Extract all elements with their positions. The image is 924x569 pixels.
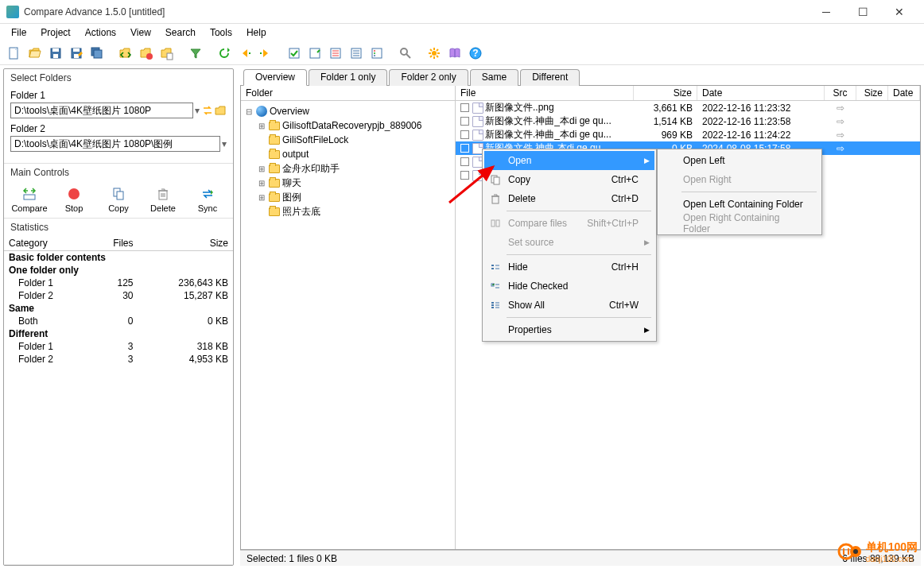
main-controls-header: Main Controls [4, 164, 233, 181]
menu-project[interactable]: Project [34, 25, 76, 40]
ctx-hide[interactable]: HideCtrl+H [484, 257, 654, 277]
menu-actions[interactable]: Actions [79, 25, 122, 40]
stop-icon[interactable] [137, 44, 156, 63]
context-menu[interactable]: Open▶CopyCtrl+CDeleteCtrl+DCompare files… [482, 149, 657, 342]
menu-file[interactable]: File [5, 25, 33, 40]
ctx-show-all[interactable]: Show AllCtrl+W [484, 296, 654, 315]
svg-rect-12 [310, 48, 320, 58]
file-row[interactable]: 新图像文件.神曲_本di ge qu... 969 KB 2022-12-16 … [456, 128, 920, 141]
listgreen-icon[interactable] [367, 44, 386, 63]
tree-node[interactable]: ⊞GilisoftDataRecoverypjb_889006 [244, 118, 452, 133]
tabs: Overview Folder 1 only Folder 2 only Sam… [240, 68, 921, 86]
uncheckall-icon[interactable] [305, 44, 324, 63]
tab-folder2only[interactable]: Folder 2 only [389, 69, 468, 86]
book-icon[interactable] [445, 44, 464, 63]
ctx-hide-checked[interactable]: Hide Checked [484, 277, 654, 296]
gear-icon[interactable] [425, 44, 444, 63]
delete-button[interactable]: Delete [146, 186, 181, 213]
svg-rect-5 [73, 48, 80, 52]
swap-icon[interactable] [201, 104, 214, 117]
tab-different[interactable]: Different [520, 69, 580, 86]
ctx-delete[interactable]: DeleteCtrl+D [484, 189, 654, 208]
tree-node[interactable]: ⊞金舟水印助手 [244, 161, 452, 176]
window-title: Compare Advance 1.5.0 [untitled] [24, 6, 808, 17]
tab-overview[interactable]: Overview [243, 69, 307, 86]
stop-button[interactable]: Stop [56, 186, 91, 213]
ctx-open-left[interactable]: Open Left [659, 151, 820, 170]
ctx-set-source: Set source▶ [484, 233, 654, 252]
file-row[interactable]: 新图像文件.神曲_本di ge qu... 1,514 KB 2022-12-1… [456, 114, 920, 128]
svg-point-36 [853, 549, 858, 554]
ctx-open-right-containing-folder: Open Right Containing Folder [659, 214, 820, 233]
ctx-compare-files: Compare filesShift+Ctrl+P [484, 214, 654, 233]
maximize-button[interactable]: ☐ [844, 0, 881, 24]
svg-rect-30 [492, 196, 499, 203]
checkall-icon[interactable] [285, 44, 304, 63]
save-icon[interactable] [46, 44, 65, 63]
ctx-open-left-containing-folder[interactable]: Open Left Containing Folder [659, 195, 820, 214]
svg-rect-6 [74, 54, 79, 58]
arrow-right-icon[interactable] [256, 44, 275, 63]
copy-button[interactable]: Copy [101, 186, 136, 213]
tree-node[interactable]: ⊞聊天 [244, 176, 452, 190]
sync-button[interactable]: Sync [190, 186, 225, 213]
context-submenu[interactable]: Open LeftOpen RightOpen Left Containing … [657, 149, 822, 235]
svg-rect-23 [24, 195, 35, 199]
left-panel: Select Folders Folder 1 ▾ Folder 2 ▾ [3, 68, 234, 566]
compare-icon[interactable] [116, 44, 135, 63]
stats-row: Folder 234,953 KB [4, 353, 233, 366]
close-button[interactable]: ✕ [881, 0, 918, 24]
svg-text:?: ? [472, 48, 478, 59]
stats-row: Folder 13318 KB [4, 340, 233, 353]
copy-icon[interactable] [157, 44, 177, 63]
arrow-left-icon[interactable] [235, 44, 254, 63]
svg-point-17 [374, 52, 375, 54]
saveas-icon[interactable] [67, 44, 86, 63]
ctx-open-right: Open Right [659, 170, 820, 189]
browse1-icon[interactable] [214, 104, 227, 117]
ctx-properties[interactable]: Properties▶ [484, 320, 654, 339]
folder1-input[interactable] [10, 103, 193, 118]
ctx-open[interactable]: Open▶ [484, 151, 654, 170]
svg-rect-31 [491, 220, 495, 226]
listblue-icon[interactable] [347, 44, 366, 63]
list-icon[interactable] [326, 44, 345, 63]
menu-help[interactable]: Help [240, 25, 273, 40]
help-icon[interactable]: ? [466, 44, 485, 63]
tree-node[interactable]: 照片去底 [244, 204, 452, 219]
file-header: File Size Date Src Size Date [456, 86, 920, 101]
watermark-icon [837, 539, 863, 564]
menu-tools[interactable]: Tools [204, 25, 239, 40]
tab-same[interactable]: Same [470, 69, 518, 86]
tree-node[interactable]: ⊞图例 [244, 190, 452, 204]
stats-row: Folder 1125236,643 KB [4, 277, 233, 289]
tab-folder1only[interactable]: Folder 1 only [309, 69, 387, 86]
svg-rect-32 [496, 220, 499, 226]
titlebar: Compare Advance 1.5.0 [untitled] ─ ☐ ✕ [0, 0, 924, 24]
tree-node[interactable]: GiliSoftFileLock [244, 133, 452, 147]
new-icon[interactable] [5, 44, 24, 63]
svg-rect-26 [117, 192, 123, 199]
tree-node[interactable]: ⊟Overview [244, 104, 452, 118]
svg-rect-10 [167, 53, 173, 60]
folder2-input[interactable] [10, 136, 220, 152]
tree-node[interactable]: output [244, 147, 452, 161]
filter-icon[interactable] [186, 44, 205, 63]
menu-view[interactable]: View [124, 25, 157, 40]
svg-rect-15 [372, 48, 382, 58]
file-row[interactable]: 新图像文件..png 3,661 KB 2022-12-16 11:23:32 … [456, 101, 920, 114]
savecopy-icon[interactable] [87, 44, 107, 63]
menu-search[interactable]: Search [159, 25, 202, 40]
svg-point-16 [374, 50, 375, 52]
search-icon[interactable] [396, 44, 415, 63]
svg-point-20 [432, 51, 437, 56]
open-icon[interactable] [25, 44, 45, 63]
select-folders-header: Select Folders [4, 69, 233, 87]
refresh-icon[interactable] [215, 44, 234, 63]
svg-rect-8 [94, 50, 102, 58]
ctx-copy[interactable]: CopyCtrl+C [484, 170, 654, 189]
minimize-button[interactable]: ─ [808, 0, 844, 24]
compare-button[interactable]: Compare [12, 186, 47, 213]
window-controls: ─ ☐ ✕ [808, 0, 918, 24]
app-icon [6, 6, 19, 18]
